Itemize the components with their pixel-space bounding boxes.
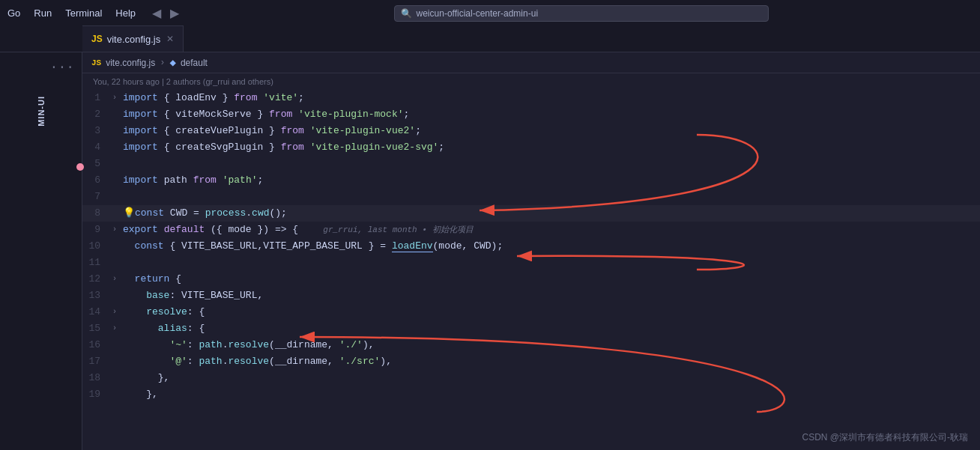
line-content: [123, 255, 980, 271]
nav-forward-button[interactable]: ▶: [167, 4, 182, 22]
breadcrumb-file-icon: JS: [91, 58, 101, 67]
line-number: 12: [82, 271, 112, 288]
line-number: 1: [82, 90, 112, 106]
code-line: 4 import { createSvgPlugin } from 'vite-…: [82, 139, 980, 156]
tab-close-icon[interactable]: ✕: [166, 34, 174, 44]
menu-run[interactable]: Run: [34, 7, 52, 19]
line-number: 17: [82, 353, 112, 370]
line-number: 2: [82, 106, 112, 123]
line-content: '~': path.resolve(__dirname, './'),: [123, 337, 980, 353]
line-content: },: [123, 370, 980, 386]
line-number: 16: [82, 337, 112, 353]
tab-bar: JS vite.config.js ✕: [0, 26, 980, 52]
search-bar[interactable]: 🔍 weicun-official-center-admin-ui: [394, 5, 769, 22]
line-content: '@': path.resolve(__dirname, './src'),: [123, 353, 980, 370]
line-content: alias: {: [123, 320, 980, 337]
line-content: base: VITE_BASE_URL,: [123, 288, 980, 304]
breadcrumb-separator: ›: [160, 58, 165, 68]
main-area: ··· MIN-UI JS vite.config.js › ◆ default…: [0, 52, 980, 450]
line-number: 18: [82, 370, 112, 386]
code-area[interactable]: 1 › import { loadEnv } from 'vite'; 2 im…: [82, 90, 980, 450]
line-content: import { viteMockServe } from 'vite-plug…: [123, 106, 980, 123]
line-number: 9: [82, 222, 112, 238]
line-content: resolve: {: [123, 304, 980, 320]
line-number: 8: [82, 205, 112, 222]
line-content: import { loadEnv } from 'vite';: [123, 90, 980, 106]
code-line: 11: [82, 255, 980, 271]
git-blame-bar: You, 22 hours ago | 2 authors (gr_rrui a…: [82, 73, 980, 90]
nav-buttons: ◀ ▶: [149, 4, 182, 22]
line-number: 5: [82, 156, 112, 172]
title-bar: Go Run Terminal Help ◀ ▶ 🔍 weicun-offici…: [0, 0, 980, 26]
line-number: 3: [82, 123, 112, 139]
line-content: },: [123, 386, 980, 403]
line-content: 💡const CWD = process.cwd();: [123, 205, 980, 222]
line-number: 7: [82, 189, 112, 205]
sidebar-project-label: MIN-UI: [37, 96, 46, 127]
line-content: [123, 156, 980, 172]
menu-go[interactable]: Go: [7, 7, 20, 19]
line-content: [123, 189, 980, 205]
sidebar: ··· MIN-UI: [0, 52, 82, 450]
line-number: 6: [82, 172, 112, 189]
line-number: 14: [82, 304, 112, 320]
tab-vite-config[interactable]: JS vite.config.js ✕: [82, 25, 184, 52]
line-number: 11: [82, 255, 112, 271]
code-line: 12 › return {: [82, 271, 980, 288]
line-arrow: ›: [112, 271, 123, 288]
breadcrumb-obj-name[interactable]: default: [181, 58, 208, 68]
breadcrumb-file-name[interactable]: vite.config.js: [106, 58, 155, 68]
code-line: 9 › export default ({ mode }) => { gr_rr…: [82, 222, 980, 238]
line-arrow: ›: [112, 90, 123, 106]
line-content: return {: [123, 271, 980, 288]
line-arrow: ›: [112, 304, 123, 320]
search-icon: 🔍: [401, 8, 412, 19]
code-line: 17 '@': path.resolve(__dirname, './src')…: [82, 353, 980, 370]
code-line: 19 },: [82, 386, 980, 403]
nav-back-button[interactable]: ◀: [149, 4, 164, 22]
code-line: 18 },: [82, 370, 980, 386]
line-number: 13: [82, 288, 112, 304]
menu-terminal[interactable]: Terminal: [65, 7, 102, 19]
code-line: 1 › import { loadEnv } from 'vite';: [82, 90, 980, 106]
git-blame-text: You, 22 hours ago | 2 authors (gr_rrui a…: [93, 77, 273, 86]
search-text: weicun-official-center-admin-ui: [417, 8, 539, 19]
code-line: 2 import { viteMockServe } from 'vite-pl…: [82, 106, 980, 123]
code-line: 13 base: VITE_BASE_URL,: [82, 288, 980, 304]
sidebar-more-icon[interactable]: ···: [50, 60, 82, 75]
code-line: 3 import { createVuePlugin } from 'vite-…: [82, 123, 980, 139]
line-arrow: ›: [112, 222, 123, 238]
code-line: 15 › alias: {: [82, 320, 980, 337]
line-number: 10: [82, 238, 112, 255]
code-line: 6 import path from 'path';: [82, 172, 980, 189]
code-line-8: 8 💡const CWD = process.cwd();: [82, 205, 980, 222]
tab-label: vite.config.js: [107, 34, 161, 45]
line-content: import { createSvgPlugin } from 'vite-pl…: [123, 139, 980, 156]
code-line: 14 › resolve: {: [82, 304, 980, 320]
code-line-10: 10 const { VITE_BASE_URL,VITE_APP_BASE_U…: [82, 238, 980, 255]
line-content: import path from 'path';: [123, 172, 980, 189]
line-content: export default ({ mode }) => { gr_rrui, …: [123, 222, 980, 238]
code-line: 5: [82, 156, 980, 172]
watermark: CSDN @深圳市有德者科技有限公司-耿瑞: [802, 431, 968, 444]
code-line: 16 '~': path.resolve(__dirname, './'),: [82, 337, 980, 353]
menu-help[interactable]: Help: [115, 7, 136, 19]
editor: JS vite.config.js › ◆ default You, 22 ho…: [82, 52, 980, 450]
line-arrow: ›: [112, 320, 123, 337]
line-number: 19: [82, 386, 112, 403]
line-number: 4: [82, 139, 112, 156]
line-content: const { VITE_BASE_URL,VITE_APP_BASE_URL …: [123, 238, 980, 255]
menu-bar: Go Run Terminal Help: [7, 7, 136, 19]
tab-file-icon: JS: [91, 34, 103, 44]
line-number: 15: [82, 320, 112, 337]
line-content: import { createVuePlugin } from 'vite-pl…: [123, 123, 980, 139]
code-line: 7: [82, 189, 980, 205]
breadcrumb-obj-icon: ◆: [169, 56, 175, 69]
breadcrumb: JS vite.config.js › ◆ default: [82, 52, 980, 73]
